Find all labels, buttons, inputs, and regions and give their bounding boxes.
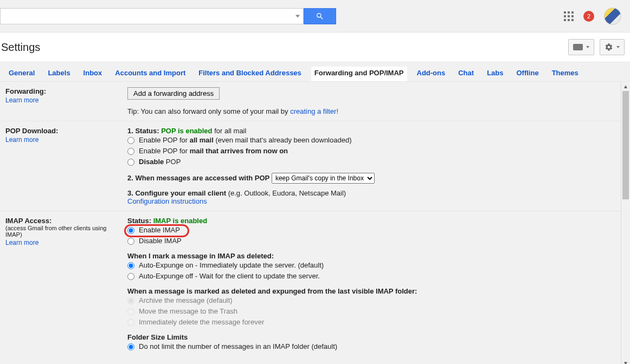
imap-delete-forever-row: Immediately delete the message forever [127, 317, 615, 328]
forwarding-learn-more-link[interactable]: Learn more [5, 96, 123, 104]
search-options-caret-icon[interactable] [295, 15, 300, 17]
imap-delete-forever-radio [127, 319, 134, 326]
imap-section: IMAP Access: (access Gmail from other cl… [0, 211, 621, 358]
imap-status-value: IMAP is enabled [153, 217, 207, 225]
imap-disable-row: Disable IMAP [127, 236, 615, 246]
imap-folder-nolimit-label: Do not limit the number of messages in a… [139, 341, 337, 352]
input-tools-button[interactable] [568, 39, 594, 55]
pop-status-line: 1. Status: POP is enabled for all mail [127, 127, 615, 135]
notification-badge[interactable]: 2 [583, 11, 594, 22]
forwarding-tip: Tip: You can also forward only some of y… [127, 107, 615, 115]
imap-trash-radio [127, 308, 134, 315]
imap-subnote: (access Gmail from other clients using I… [5, 225, 123, 238]
imap-expunge-on-row: Auto-Expunge on - Immediately update the… [127, 260, 615, 271]
scroll-thumb[interactable] [622, 91, 629, 199]
tab-themes[interactable]: Themes [549, 67, 582, 81]
search-wrap [0, 8, 336, 24]
pop-disable-radio[interactable] [127, 159, 134, 166]
imap-expunge-off-row: Auto-Expunge off - Wait for the client t… [127, 271, 615, 282]
imap-expunge-on-radio[interactable] [127, 262, 134, 269]
apps-icon[interactable] [564, 11, 574, 21]
imap-disable-label: Disable IMAP [139, 236, 182, 246]
chevron-down-icon [586, 46, 589, 48]
tab-labs[interactable]: Labs [484, 67, 506, 81]
forwarding-heading: Forwarding: [5, 87, 46, 95]
imap-enable-radio[interactable] [127, 227, 134, 234]
imap-trash-label: Move the message to the Trash [139, 306, 237, 317]
pop-step3-prefix: 3. Configure your email client [127, 189, 228, 197]
imap-learn-more-link[interactable]: Learn more [5, 239, 123, 246]
forwarding-section: Forwarding: Learn more Add a forwarding … [0, 82, 621, 121]
imap-deleted-heading: When I mark a message in IMAP as deleted… [127, 252, 615, 260]
creating-filter-link[interactable]: creating a filter! [290, 107, 338, 115]
pop-enable-all-label: Enable POP for all mail (even mail that'… [139, 135, 352, 146]
pop-config-instructions-link[interactable]: Configuration instructions [127, 197, 615, 205]
scrollbar[interactable]: ▲ ▼ [621, 82, 630, 364]
tab-forwarding-pop-imap[interactable]: Forwarding and POP/IMAP [311, 67, 407, 81]
imap-archive-radio [127, 297, 134, 304]
tab-labels[interactable]: Labels [44, 67, 73, 81]
search-icon [316, 12, 324, 21]
tab-offline[interactable]: Offline [513, 67, 542, 81]
pop-disable-row: Disable POP [127, 157, 615, 167]
imap-status-line: Status: IMAP is enabled [127, 217, 615, 225]
imap-status-prefix: Status: [127, 217, 153, 225]
tab-general[interactable]: General [5, 67, 38, 81]
imap-folder-nolimit-radio[interactable] [127, 343, 134, 350]
imap-enable-row: Enable IMAP [127, 225, 615, 236]
imap-folder-heading: Folder Size Limits [127, 333, 615, 341]
topbar: 2 [0, 0, 630, 32]
pop-step3-row: 3. Configure your email client (e.g. Out… [127, 189, 615, 197]
imap-archive-row: Archive the message (default) [127, 295, 615, 306]
pop-learn-more-link[interactable]: Learn more [5, 136, 123, 144]
pop-enable-new-radio[interactable] [127, 148, 134, 155]
tab-addons[interactable]: Add-ons [414, 67, 449, 81]
pop-action-select[interactable]: keep Gmail's copy in the Inbox [272, 173, 375, 184]
imap-archive-label: Archive the message (default) [139, 295, 233, 306]
imap-expunge-on-label: Auto-Expunge on - Immediately update the… [139, 260, 324, 271]
pop-enable-new-label: Enable POP for mail that arrives from no… [139, 146, 288, 157]
pop-enable-all-radio[interactable] [127, 137, 134, 144]
titlebar-actions [568, 39, 625, 55]
pop-enable-new-row: Enable POP for mail that arrives from no… [127, 146, 615, 157]
tab-inbox[interactable]: Inbox [80, 67, 106, 81]
imap-trash-row: Move the message to the Trash [127, 306, 615, 317]
imap-enable-label: Enable IMAP [139, 225, 180, 236]
settings-content: Forwarding: Learn more Add a forwarding … [0, 82, 621, 364]
pop-status-value: POP is enabled [161, 127, 212, 135]
titlebar: Settings [0, 32, 630, 62]
page-title: Settings [1, 41, 40, 54]
topbar-right: 2 [564, 8, 621, 25]
scroll-down-icon[interactable]: ▼ [621, 359, 630, 364]
gear-icon [605, 43, 613, 51]
chevron-down-icon [616, 46, 620, 48]
imap-expunged-heading: When a message is marked as deleted and … [127, 287, 615, 295]
tab-chat[interactable]: Chat [455, 67, 477, 81]
imap-disable-radio[interactable] [127, 238, 134, 245]
scroll-up-icon[interactable]: ▲ [621, 82, 630, 91]
pop-section: POP Download: Learn more 1. Status: POP … [0, 121, 621, 211]
pop-enable-all-row: Enable POP for all mail (even mail that'… [127, 135, 615, 146]
search-input[interactable] [0, 8, 304, 24]
settings-gear-button[interactable] [600, 39, 625, 55]
imap-expunge-off-radio[interactable] [127, 273, 134, 280]
imap-delete-forever-label: Immediately delete the message forever [139, 317, 264, 328]
search-button[interactable] [304, 8, 336, 24]
pop-step2-row: 2. When messages are accessed with POP k… [127, 173, 615, 184]
imap-folder-nolimit-row: Do not limit the number of messages in a… [127, 341, 615, 352]
pop-step2-label: 2. When messages are accessed with POP [127, 174, 269, 182]
keyboard-icon [573, 44, 583, 50]
settings-tabs: General Labels Inbox Accounts and Import… [0, 62, 630, 82]
avatar[interactable] [604, 8, 621, 25]
pop-status-prefix: 1. Status: [127, 127, 161, 135]
tab-filters[interactable]: Filters and Blocked Addresses [195, 67, 305, 81]
imap-heading: IMAP Access: [5, 217, 52, 225]
forwarding-tip-text: Tip: You can also forward only some of y… [127, 107, 290, 115]
pop-disable-label: Disable POP [139, 157, 181, 167]
tab-accounts[interactable]: Accounts and Import [112, 67, 189, 81]
pop-heading: POP Download: [5, 127, 58, 135]
add-forwarding-address-button[interactable]: Add a forwarding address [127, 87, 220, 100]
imap-expunge-off-label: Auto-Expunge off - Wait for the client t… [139, 271, 320, 282]
pop-status-suffix: for all mail [213, 127, 247, 135]
pop-step3-suffix: (e.g. Outlook, Eudora, Netscape Mail) [228, 189, 346, 197]
